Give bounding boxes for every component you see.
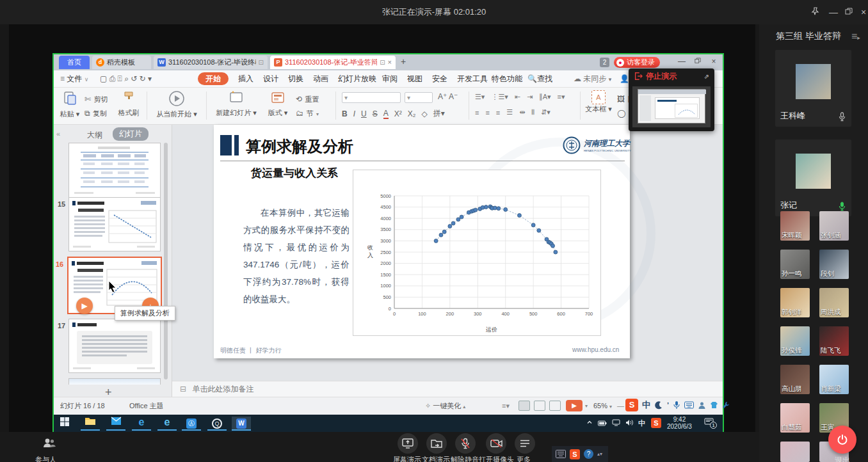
slide-thumb-18-partial[interactable]	[68, 378, 161, 385]
quick-access-toolbar[interactable]: ▢ ⎙ ⍐ ⌕ ↺ ↻ ▾	[100, 70, 152, 87]
menu-slideshow[interactable]: 幻灯片放映	[338, 70, 376, 87]
minimize-icon[interactable]: —	[828, 7, 839, 17]
new-slide-button[interactable]: 新建幻灯片 ▾	[211, 90, 261, 118]
screen-share-button[interactable]	[398, 433, 418, 454]
menu-start[interactable]: 开始	[198, 72, 229, 85]
close-icon[interactable]: ×	[858, 7, 868, 17]
ime-toolbar[interactable]: S 中 ’	[625, 399, 730, 411]
participant-tile[interactable]: 张钊涵	[819, 211, 849, 241]
menu-insert[interactable]: 插入	[238, 70, 253, 87]
doc-share-button[interactable]	[426, 433, 447, 454]
zoom-level[interactable]: 65% ▾	[593, 397, 612, 415]
ime-mini-bar[interactable]: S ? ▴▾	[552, 446, 608, 462]
tab-home[interactable]: 首页	[59, 56, 90, 69]
collapse-panel-icon[interactable]: «	[56, 130, 60, 138]
unmute-button[interactable]	[455, 433, 476, 454]
participant-featured-tile[interactable]: 张记	[775, 139, 851, 216]
copy-button[interactable]: ⧉ 复制	[84, 107, 107, 118]
guest-login-button[interactable]: ● 访客登录	[614, 57, 660, 68]
restore-icon[interactable]	[844, 7, 854, 17]
reset-button[interactable]: ⟲ 重置	[296, 93, 319, 104]
cut-button[interactable]: ✄ 剪切	[84, 93, 108, 104]
layout-toggle-icon[interactable]: ≡▸	[851, 31, 860, 42]
menu-review[interactable]: 审阅	[382, 70, 398, 87]
camera-button[interactable]	[486, 433, 506, 454]
view-reading-icon[interactable]	[549, 401, 561, 411]
sync-status[interactable]: ☁ 未同步 ▾	[574, 70, 611, 87]
layout-button[interactable]: 版式 ▾	[264, 90, 292, 118]
new-tab-button[interactable]: +	[401, 56, 406, 67]
slide-canvas[interactable]: 算例求解及分析 河南理工大学 HENAN POLYTECHNIC UNIVERS…	[214, 125, 630, 358]
font-grow-icon[interactable]: A⁺ A⁻	[438, 92, 458, 101]
pin-icon[interactable]	[810, 7, 821, 17]
menu-security[interactable]: 安全	[432, 70, 447, 87]
format-painter-button[interactable]: 格式刷	[115, 90, 142, 118]
speaker-icon[interactable]	[625, 419, 634, 427]
network-icon[interactable]	[612, 419, 620, 427]
participant-tile[interactable]: 周洪成	[819, 288, 849, 317]
participants-button[interactable]	[38, 433, 60, 454]
menu-transition[interactable]: 切换	[288, 70, 303, 87]
play-from-current-button[interactable]: 从当前开始 ▾	[151, 90, 202, 119]
menu-features[interactable]: 特色功能	[492, 70, 522, 87]
notes-toggle-icon[interactable]: ≡▾	[502, 397, 510, 415]
taskbar-edge-icon[interactable]: e	[132, 417, 151, 431]
more-button[interactable]	[515, 433, 535, 454]
notes-bar[interactable]: ⊟ 单击此处添加备注	[172, 381, 723, 397]
panel-scrollbar[interactable]	[164, 143, 168, 379]
clock[interactable]: 9:42 2020/6/3	[667, 416, 692, 430]
tab-outline[interactable]: 大纲	[87, 130, 102, 141]
taskbar-ie-icon[interactable]: e	[157, 417, 177, 431]
participant-tile[interactable]: 高山朋	[780, 365, 810, 394]
tray-ime-label[interactable]: 中	[638, 418, 645, 428]
tab-slides[interactable]: 幻灯片	[113, 127, 149, 141]
tab-word-doc[interactable]: W 311602030108-张记-毕设终稿 ⊡	[154, 56, 268, 69]
tab-ppt-doc[interactable]: P 311602030108-张记-毕业答辩 ⊡ ×	[270, 56, 396, 69]
slideshow-play-button[interactable]: ▶	[566, 400, 583, 411]
start-button[interactable]	[55, 417, 74, 431]
participant-tile[interactable]: 宋晖颖	[780, 211, 810, 241]
participant-tile[interactable]: 白慧茹	[780, 403, 810, 433]
view-normal-icon[interactable]	[518, 401, 530, 411]
participant-tile[interactable]: 郭钊洋	[780, 288, 810, 317]
menu-find[interactable]: 🔍查找	[527, 70, 552, 87]
menu-file[interactable]: ≡ 文件 ∨	[60, 70, 88, 87]
participant-tile[interactable]: 段钊	[819, 250, 849, 279]
tray-sogou-icon[interactable]: S	[651, 418, 661, 428]
theme-name[interactable]: Office 主题	[129, 397, 164, 415]
align-group[interactable]: ≡≡≡ ☰⇹ ⫴⇵▾	[475, 108, 551, 116]
play-slide-button[interactable]: ▶	[76, 298, 93, 314]
battery-icon[interactable]	[598, 420, 607, 427]
participant-tile-partial[interactable]	[780, 442, 810, 462]
section-button[interactable]: 🗂 节 ▾	[296, 107, 319, 118]
user-count-badge[interactable]: 2	[600, 58, 609, 67]
taskbar-explorer-icon[interactable]	[81, 417, 100, 431]
taskbar-mail-icon[interactable]	[106, 417, 125, 431]
tray-chevron-icon[interactable]	[586, 419, 593, 427]
menu-devtools[interactable]: 开发工具	[457, 70, 488, 87]
participant-tile[interactable]: 孙一鸣	[780, 250, 810, 279]
wps-restore-icon[interactable]	[692, 57, 703, 66]
paste-button[interactable]: 粘贴 ▾	[58, 90, 82, 119]
tab-template[interactable]: d 稻壳模板	[92, 56, 151, 69]
font-family-select[interactable]: ▾	[342, 92, 401, 103]
taskbar-wps-icon[interactable]: W	[232, 417, 251, 431]
taskbar-caj-icon[interactable]: Ⓐ	[182, 417, 201, 431]
zoom-out-icon[interactable]: —	[617, 397, 624, 415]
list-indent-group[interactable]: ☰▾⋮☰▾ ⇤⇥ ∥A▾≡▾	[475, 93, 565, 101]
slide-thumb-14[interactable]	[68, 143, 161, 198]
menu-view[interactable]: 视图	[407, 70, 422, 87]
wps-minimize-icon[interactable]: —	[676, 57, 687, 66]
menu-design[interactable]: 设计	[263, 70, 278, 87]
font-style-group[interactable]: BIUS A X²X₂ ◇拼▾	[342, 108, 445, 119]
wps-close-icon[interactable]: ×	[708, 57, 719, 66]
share-preview-thumbnail[interactable]	[632, 86, 711, 127]
beautify-button[interactable]: ✧ 一键美化 ▴	[425, 397, 465, 415]
textbox-button[interactable]: A 文本框 ▾	[584, 90, 613, 114]
participant-tile[interactable]: 孙俊锋	[780, 326, 810, 356]
exit-button[interactable]	[828, 426, 856, 454]
tab-close-icon[interactable]: ×	[388, 56, 392, 69]
expand-icon[interactable]: ⇗	[704, 73, 709, 80]
font-size-select[interactable]: ▾	[405, 92, 433, 103]
slide-thumb-15[interactable]	[68, 197, 161, 251]
